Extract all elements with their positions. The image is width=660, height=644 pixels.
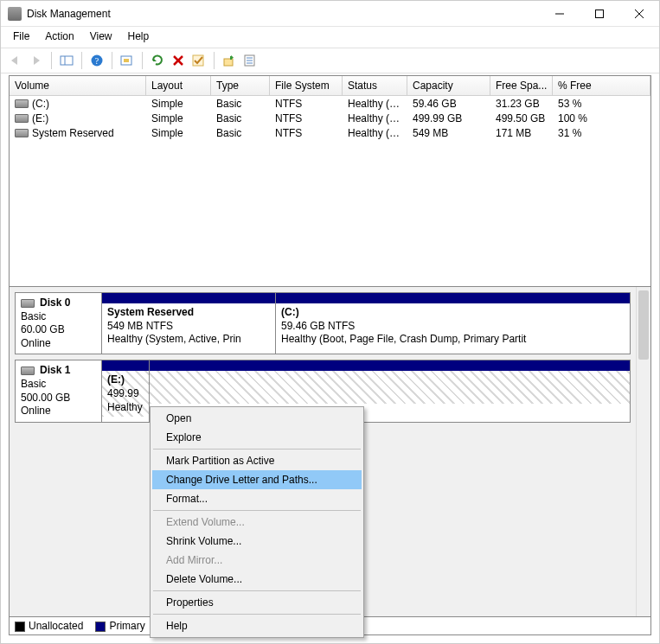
- maximize-button[interactable]: [580, 1, 619, 27]
- col-pctfree[interactable]: % Free: [553, 76, 650, 95]
- window-title: Disk Management: [27, 8, 111, 20]
- svg-rect-4: [61, 56, 73, 65]
- toolbar: ?: [1, 48, 659, 73]
- volume-list[interactable]: (C:)SimpleBasicNTFSHealthy (B...59.46 GB…: [10, 96, 650, 286]
- ctx-add-mirror[interactable]: Add Mirror...: [152, 551, 362, 570]
- col-type[interactable]: Type: [211, 76, 270, 95]
- col-layout[interactable]: Layout: [146, 76, 211, 95]
- menu-action[interactable]: Action: [38, 29, 80, 44]
- minimize-button[interactable]: [540, 1, 580, 27]
- partition[interactable]: (C:)59.46 GB NTFSHealthy (Boot, Page Fil…: [275, 293, 630, 354]
- vertical-scrollbar[interactable]: [636, 287, 650, 616]
- ctx-properties[interactable]: Properties: [152, 593, 362, 612]
- toolbar-separator: [142, 52, 143, 69]
- partition[interactable]: System Reserved549 MB NTFSHealthy (Syste…: [102, 293, 275, 354]
- disk-label[interactable]: Disk 1Basic500.00 GBOnline: [16, 360, 102, 421]
- forward-button[interactable]: [27, 51, 46, 70]
- disk-label[interactable]: Disk 0Basic60.00 GBOnline: [16, 293, 102, 354]
- app-icon: [8, 7, 22, 21]
- disk-icon: [21, 367, 35, 375]
- menu-help[interactable]: Help: [121, 29, 157, 44]
- check-button[interactable]: [189, 51, 208, 70]
- close-button[interactable]: [619, 1, 659, 27]
- drive-icon: [15, 114, 29, 123]
- col-status[interactable]: Status: [343, 76, 407, 95]
- ctx-delete[interactable]: Delete Volume...: [152, 570, 362, 589]
- toolbar-separator: [214, 52, 215, 69]
- volume-list-header: Volume Layout Type File System Status Ca…: [10, 76, 650, 96]
- svg-rect-9: [124, 59, 129, 62]
- ctx-mark-active[interactable]: Mark Partition as Active: [152, 451, 362, 470]
- svg-text:?: ?: [95, 56, 99, 66]
- context-menu: Open Explore Mark Partition as Active Ch…: [150, 406, 364, 638]
- legend-unallocated: Unallocated: [15, 620, 83, 632]
- svg-rect-13: [224, 59, 233, 66]
- col-volume[interactable]: Volume: [10, 76, 146, 95]
- up-button[interactable]: [220, 51, 239, 70]
- menu-bar: File Action View Help: [1, 27, 659, 48]
- ctx-change-letter[interactable]: Change Drive Letter and Paths...: [152, 470, 362, 489]
- properties-button[interactable]: [240, 51, 260, 70]
- back-button[interactable]: [6, 51, 25, 70]
- disk-icon: [21, 299, 35, 308]
- help-button[interactable]: ?: [87, 51, 106, 70]
- volume-row[interactable]: (C:)SimpleBasicNTFSHealthy (B...59.46 GB…: [10, 96, 650, 111]
- drive-icon: [15, 99, 29, 108]
- col-freespace[interactable]: Free Spa...: [490, 76, 553, 95]
- toolbar-separator: [51, 52, 52, 69]
- ctx-shrink[interactable]: Shrink Volume...: [152, 532, 362, 551]
- svg-rect-1: [596, 10, 604, 17]
- scrollbar-thumb[interactable]: [638, 290, 649, 360]
- title-bar: Disk Management: [1, 1, 659, 27]
- col-capacity[interactable]: Capacity: [407, 76, 490, 95]
- ctx-format[interactable]: Format...: [152, 489, 362, 508]
- refresh-button[interactable]: [148, 51, 167, 70]
- disk-row: Disk 0Basic60.00 GBOnlineSystem Reserved…: [15, 292, 631, 354]
- show-hide-button[interactable]: [57, 51, 76, 70]
- toolbar-separator: [112, 52, 112, 69]
- ctx-explore[interactable]: Explore: [152, 428, 362, 447]
- partition[interactable]: (E:)499.99Healthy: [102, 360, 149, 421]
- toolbar-separator: [81, 52, 82, 69]
- delete-button[interactable]: [169, 51, 188, 70]
- menu-file[interactable]: File: [6, 29, 36, 44]
- col-filesystem[interactable]: File System: [270, 76, 343, 95]
- ctx-extend[interactable]: Extend Volume...: [152, 513, 362, 532]
- menu-view[interactable]: View: [83, 29, 119, 44]
- volume-row[interactable]: (E:)SimpleBasicNTFSHealthy (P...499.99 G…: [10, 111, 650, 125]
- volume-row[interactable]: System ReservedSimpleBasicNTFSHealthy (S…: [10, 125, 650, 140]
- legend-primary: Primary: [95, 620, 144, 632]
- settings-button[interactable]: [118, 51, 137, 70]
- ctx-help[interactable]: Help: [152, 616, 362, 635]
- ctx-open[interactable]: Open: [152, 409, 362, 428]
- disk-partitions: System Reserved549 MB NTFSHealthy (Syste…: [102, 293, 630, 354]
- drive-icon: [15, 129, 29, 137]
